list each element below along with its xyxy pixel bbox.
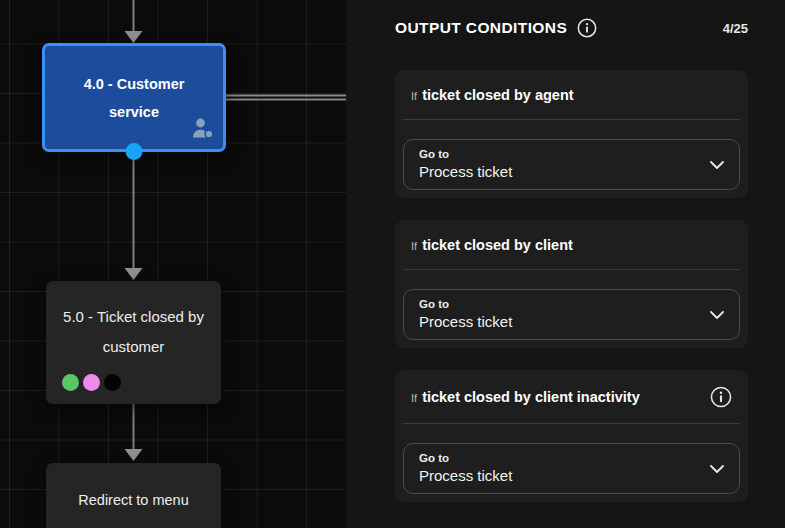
- node-label: Redirect to menu: [46, 463, 221, 508]
- condition-text: ticket closed by agent: [422, 87, 574, 103]
- select-label: Go to: [419, 148, 699, 160]
- condition-card-2: If ticket closed by client Go to Process…: [395, 220, 748, 348]
- condition-title-row: If ticket closed by agent: [411, 86, 732, 104]
- condition-card-1: If ticket closed by agent Go to Process …: [395, 70, 748, 198]
- info-icon[interactable]: [710, 386, 732, 408]
- users-icon: [191, 117, 215, 143]
- edge-customer-to-ticket[interactable]: [125, 153, 143, 280]
- condition-cards: If ticket closed by agent Go to Process …: [395, 70, 748, 524]
- chevron-down-icon: [710, 465, 724, 473]
- node-label: 5.0 - Ticket closed by customer: [59, 281, 209, 362]
- node-ticket-closed-by-customer[interactable]: 5.0 - Ticket closed by customer: [46, 281, 221, 404]
- info-icon[interactable]: [577, 18, 597, 38]
- if-label: If: [411, 390, 417, 404]
- condition-title-row: If ticket closed by client: [411, 236, 732, 254]
- divider: [403, 423, 740, 424]
- select-value: Process ticket: [419, 467, 699, 484]
- select-value: Process ticket: [419, 313, 699, 330]
- node-customer-service[interactable]: 4.0 - Customer service: [42, 43, 226, 152]
- tag-dot-black: [104, 374, 121, 391]
- panel-title: OUTPUT CONDITIONS: [395, 19, 567, 37]
- divider: [403, 269, 740, 270]
- goto-select[interactable]: Go to Process ticket: [403, 443, 740, 494]
- node-tag-dots: [62, 374, 121, 391]
- goto-select[interactable]: Go to Process ticket: [403, 289, 740, 340]
- arrowhead-icon: [125, 449, 143, 461]
- if-label: If: [411, 238, 417, 252]
- node-label: 4.0 - Customer service: [69, 70, 199, 126]
- arrowhead-icon: [125, 31, 143, 43]
- divider: [403, 119, 740, 120]
- panel-header: OUTPUT CONDITIONS 4/25: [346, 0, 785, 38]
- condition-text: ticket closed by client: [422, 237, 573, 253]
- chevron-down-icon: [710, 311, 724, 319]
- goto-select[interactable]: Go to Process ticket: [403, 139, 740, 190]
- output-conditions-panel: OUTPUT CONDITIONS 4/25 If ticket closed …: [346, 0, 785, 528]
- edge-ticket-to-redirect[interactable]: [125, 404, 143, 461]
- tag-dot-pink: [83, 374, 100, 391]
- select-label: Go to: [419, 452, 699, 464]
- condition-text: ticket closed by client inactivity: [422, 389, 640, 405]
- arrowhead-icon: [125, 268, 143, 280]
- chevron-down-icon: [710, 161, 724, 169]
- flow-canvas[interactable]: 4.0 - Customer service 5.0 - Ticket clos…: [0, 0, 346, 528]
- edge-incoming-top[interactable]: [125, 0, 143, 43]
- condition-card-3: If ticket closed by client inactivity Go…: [395, 370, 748, 502]
- tag-dot-green: [62, 374, 79, 391]
- edge-customer-right[interactable]: [226, 96, 346, 100]
- node-redirect-to-menu[interactable]: Redirect to menu: [46, 463, 221, 528]
- conditions-counter: 4/25: [723, 21, 748, 36]
- connection-handle[interactable]: [126, 143, 143, 160]
- if-label: If: [411, 88, 417, 102]
- select-label: Go to: [419, 298, 699, 310]
- condition-title-row: If ticket closed by client inactivity: [411, 386, 732, 408]
- select-value: Process ticket: [419, 163, 699, 180]
